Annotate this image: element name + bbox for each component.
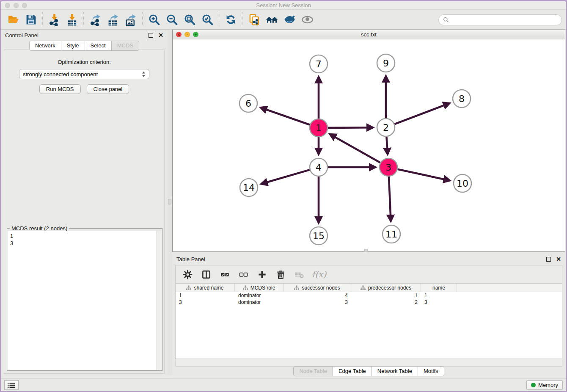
node-9[interactable]: 9	[377, 54, 395, 72]
add-column-icon[interactable]	[254, 267, 270, 282]
node-11[interactable]: 11	[383, 225, 400, 243]
search-icon	[443, 17, 449, 23]
tab-style[interactable]: Style	[61, 41, 85, 51]
chevron-updown-icon	[142, 71, 146, 77]
mcds-result-area[interactable]: 1 3	[8, 231, 162, 370]
session-title: Session: New Session	[1, 1, 566, 10]
network-canvas[interactable]: 7968124314101511	[173, 39, 565, 251]
edge-4-14[interactable]	[262, 170, 310, 184]
float-panel-icon[interactable]	[149, 33, 153, 38]
criterion-select[interactable]: strongly connected component	[19, 69, 149, 79]
edge-1-6[interactable]	[261, 108, 310, 125]
column-header-shared-name[interactable]: shared name	[176, 284, 235, 292]
criterion-value: strongly connected component	[23, 71, 142, 77]
cell-MCDS-role[interactable]: dominator	[235, 292, 284, 299]
node-15[interactable]: 15	[310, 227, 328, 245]
node-6[interactable]: 6	[239, 94, 257, 112]
node-1[interactable]: 1	[310, 119, 328, 137]
edge-2-3[interactable]	[386, 137, 388, 154]
network-window-titlebar[interactable]: ✕ − + scc.txt	[173, 30, 565, 39]
cell-name[interactable]: 1	[421, 292, 457, 299]
node-14[interactable]: 14	[240, 179, 258, 196]
save-session-icon[interactable]	[22, 11, 40, 28]
svg-text:10: 10	[457, 178, 468, 189]
settings-gear-icon[interactable]	[180, 267, 195, 282]
tab-network[interactable]: Network	[29, 41, 61, 51]
show-graphics-details-icon[interactable]	[281, 11, 298, 28]
birdseye-view-icon[interactable]	[298, 11, 316, 28]
tab-select[interactable]: Select	[85, 41, 112, 51]
node-7[interactable]: 7	[310, 55, 328, 73]
close-panel-button[interactable]: Close panel	[87, 84, 129, 94]
toolbar-separator	[42, 12, 43, 27]
memory-button[interactable]: Memory	[526, 380, 563, 390]
node-8[interactable]: 8	[453, 90, 471, 108]
table-row[interactable]: 1dominator411	[176, 292, 562, 299]
table-panel: Table Panel ✕	[172, 254, 565, 378]
cell-predecessor-nodes[interactable]: 2	[351, 299, 421, 306]
column-header-predecessor-nodes[interactable]: predecessor nodes	[351, 284, 421, 292]
column-header-name[interactable]: name	[421, 284, 457, 292]
node-4[interactable]: 4	[310, 158, 328, 176]
tab-edge-table[interactable]: Edge Table	[333, 366, 372, 376]
close-network-button[interactable]: ✕	[176, 32, 182, 37]
cell-successor-nodes[interactable]: 4	[284, 292, 351, 299]
export-network-icon[interactable]	[86, 11, 104, 28]
close-panel-icon[interactable]: ✕	[158, 32, 163, 38]
zoom-selected-icon[interactable]	[198, 11, 216, 28]
result-scrollbar[interactable]	[156, 231, 162, 370]
zoom-out-icon[interactable]	[163, 11, 181, 28]
column-header-successor-nodes[interactable]: successor nodes	[284, 284, 351, 292]
search-box[interactable]	[438, 14, 562, 25]
minimize-network-button[interactable]: −	[184, 32, 190, 37]
maximize-network-button[interactable]: +	[193, 32, 198, 37]
network-window-resize-grip[interactable]	[364, 249, 368, 252]
column-header-MCDS-role[interactable]: MCDS role	[235, 284, 284, 292]
node-2[interactable]: 2	[377, 119, 395, 136]
tab-network-table[interactable]: Network Table	[372, 366, 418, 376]
minimize-window-button[interactable]	[14, 3, 19, 8]
edge-3-10[interactable]	[397, 169, 449, 181]
home-layout-icon[interactable]	[263, 11, 281, 28]
deselect-all-icon[interactable]	[236, 267, 251, 282]
export-image-icon[interactable]	[122, 11, 140, 28]
node-table[interactable]: shared nameMCDS rolesuccessor nodesprede…	[175, 284, 562, 359]
tab-mcds[interactable]: MCDS	[112, 41, 139, 51]
table-row[interactable]: 3dominator323	[176, 299, 562, 306]
divider-grip[interactable]	[168, 199, 171, 204]
delete-column-icon[interactable]	[273, 267, 288, 282]
refresh-icon[interactable]	[222, 11, 239, 28]
node-3[interactable]: 3	[380, 158, 397, 176]
search-input[interactable]	[451, 17, 557, 23]
export-table-icon[interactable]	[104, 11, 122, 28]
close-table-panel-icon[interactable]: ✕	[556, 256, 561, 262]
close-window-button[interactable]	[5, 3, 10, 8]
duplicate-network-icon[interactable]	[245, 11, 263, 28]
panel-divider[interactable]	[168, 30, 172, 375]
cell-name[interactable]: 3	[421, 299, 457, 306]
zoom-in-icon[interactable]	[145, 11, 163, 28]
tab-node-table[interactable]: Node Table	[293, 366, 333, 376]
cell-successor-nodes[interactable]: 3	[284, 299, 351, 306]
import-network-icon[interactable]	[45, 11, 63, 28]
edge-3-1[interactable]	[330, 135, 380, 163]
cell-shared-name[interactable]: 3	[176, 299, 235, 306]
import-table-icon[interactable]	[63, 11, 81, 28]
table-scrollbar[interactable]	[175, 359, 562, 367]
zoom-fit-icon[interactable]	[181, 11, 198, 28]
task-history-button[interactable]	[4, 380, 19, 390]
maximize-window-button[interactable]	[22, 3, 27, 8]
cell-predecessor-nodes[interactable]: 1	[351, 292, 421, 299]
open-file-icon[interactable]	[4, 11, 22, 28]
split-panel-icon[interactable]	[198, 267, 214, 282]
cell-MCDS-role[interactable]: dominator	[235, 299, 284, 306]
edge-1-2[interactable]	[328, 127, 372, 128]
select-all-icon[interactable]	[217, 267, 232, 282]
edge-3-11[interactable]	[389, 177, 391, 221]
run-mcds-button[interactable]: Run MCDS	[39, 84, 81, 94]
edge-2-8[interactable]	[395, 103, 449, 124]
node-10[interactable]: 10	[454, 174, 471, 192]
tab-motifs[interactable]: Motifs	[418, 366, 444, 376]
cell-shared-name[interactable]: 1	[176, 292, 235, 299]
float-table-panel-icon[interactable]	[546, 257, 551, 262]
